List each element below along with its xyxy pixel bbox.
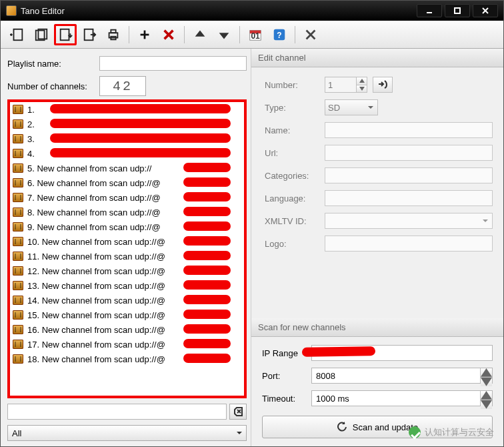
close-panel-button[interactable] (299, 24, 322, 45)
export-button[interactable] (78, 24, 101, 45)
channel-list-item[interactable]: 4. (10, 146, 244, 161)
maximize-button[interactable] (445, 4, 470, 17)
channel-list-item[interactable]: 8. New channel from scan udp://@ (10, 205, 244, 219)
open-playlist-button[interactable] (30, 24, 53, 45)
playlist-name-input[interactable] (99, 56, 247, 71)
channel-list-item[interactable]: 16. New channel from scan udp://@ (10, 322, 244, 337)
channel-icon (13, 354, 23, 364)
app-icon (6, 5, 17, 16)
logo-label: Logo: (265, 239, 319, 249)
url-input[interactable] (325, 145, 493, 161)
close-button[interactable] (473, 4, 498, 17)
channel-icon (13, 163, 23, 173)
channel-list-item[interactable]: 15. New channel from scan udp://@ (10, 308, 244, 322)
move-up-button[interactable] (189, 24, 211, 45)
new-playlist-button[interactable] (6, 24, 29, 45)
name-input[interactable] (325, 122, 493, 138)
channel-list-item[interactable]: 17. New channel from scan udp://@ (10, 337, 244, 352)
channel-icon (13, 222, 23, 232)
redaction-mark (183, 324, 231, 334)
channel-list[interactable]: 1.2.3.4.5. New channel from scan udp://6… (7, 99, 247, 398)
channel-label: 16. New channel from scan udp://@ (27, 325, 165, 335)
number-spin[interactable]: 1 (325, 77, 367, 93)
port-spin[interactable]: 8008 (311, 368, 493, 384)
left-pane: Playlist name: Number of channels: 42 1.… (1, 49, 251, 446)
channel-label: 2. (27, 119, 35, 129)
categories-label: Categories: (265, 171, 319, 181)
clear-search-button[interactable] (229, 404, 247, 420)
number-of-channels-label: Number of channels: (7, 81, 95, 91)
delete-channel-button[interactable] (157, 24, 180, 45)
minimize-button[interactable] (417, 4, 442, 17)
channel-list-item[interactable]: 18. New channel from scan udp://@ (10, 352, 244, 366)
apply-number-button[interactable] (373, 77, 393, 93)
filter-select[interactable]: All (7, 425, 247, 441)
redaction-mark (183, 221, 231, 231)
redaction-mark (183, 339, 231, 348)
channel-icon (13, 178, 23, 187)
redaction-mark (302, 346, 375, 357)
schedule-button[interactable]: 01 (244, 24, 267, 45)
right-pane: Edit channel Number: 1 Type: SD Name: Ur… (251, 49, 503, 446)
move-down-button[interactable] (213, 24, 235, 45)
add-channel-button[interactable] (133, 24, 156, 45)
channel-list-item[interactable]: 10. New channel from scan udp://@ (10, 234, 244, 249)
channel-list-item[interactable]: 13. New channel from scan udp://@ (10, 278, 244, 293)
logo-input[interactable] (325, 236, 493, 252)
categories-input[interactable] (325, 167, 493, 183)
timeout-spin[interactable]: 1000 ms (311, 390, 493, 406)
channel-icon (13, 325, 23, 334)
import-button[interactable] (54, 24, 77, 45)
channel-list-item[interactable]: 14. New channel from scan udp://@ (10, 293, 244, 308)
name-label: Name: (265, 125, 319, 135)
channel-label: 18. New channel from scan udp://@ (27, 354, 165, 364)
print-button[interactable] (102, 24, 125, 45)
port-label: Port: (262, 371, 306, 381)
redaction-mark (183, 354, 231, 363)
timeout-label: Timeout: (262, 394, 306, 404)
channel-label: 10. New channel from scan udp://@ (27, 237, 165, 247)
channel-list-item[interactable]: 11. New channel from scan udp://@ (10, 249, 244, 264)
channel-list-item[interactable]: 9. New channel from scan udp://@ (10, 219, 244, 234)
xmltv-select[interactable] (325, 213, 493, 229)
redaction-mark (50, 104, 231, 113)
redaction-mark (50, 148, 231, 157)
channel-list-item[interactable]: 5. New channel from scan udp:// (10, 161, 244, 175)
search-input[interactable] (7, 404, 227, 420)
scan-update-button[interactable]: Scan and update (262, 416, 493, 438)
main-toolbar: 01 ? (1, 21, 503, 49)
channel-list-item[interactable]: 7. New channel from scan udp://@ (10, 190, 244, 205)
help-button[interactable]: ? (268, 24, 291, 45)
svg-rect-4 (14, 29, 23, 40)
type-label: Type: (265, 103, 319, 113)
channel-icon (13, 340, 23, 349)
channel-list-item[interactable]: 3. (10, 131, 244, 146)
type-select[interactable]: SD (325, 99, 378, 115)
playlist-name-label: Playlist name: (7, 59, 95, 69)
channel-list-item[interactable]: 2. (10, 117, 244, 131)
channel-icon (13, 193, 23, 202)
number-of-channels-display: 42 (99, 76, 146, 96)
channel-list-item[interactable]: 6. New channel from scan udp://@ (10, 175, 244, 190)
channel-label: 12. New channel from scan udp://@ (27, 266, 165, 276)
redaction-mark (50, 119, 231, 128)
channel-label: 14. New channel from scan udp://@ (27, 296, 165, 306)
redaction-mark (183, 192, 231, 201)
language-input[interactable] (325, 190, 493, 206)
ip-range-label: IP Range (262, 348, 306, 358)
channel-label: 17. New channel from scan udp://@ (27, 340, 165, 350)
channel-icon (13, 266, 23, 276)
svg-text:?: ? (277, 30, 281, 39)
redaction-mark (183, 280, 231, 290)
channel-list-item[interactable]: 12. New channel from scan udp://@ (10, 264, 244, 278)
svg-rect-9 (61, 29, 69, 40)
redaction-mark (50, 133, 231, 143)
number-label: Number: (265, 80, 319, 90)
channel-label: 1. (27, 105, 35, 115)
svg-rect-1 (455, 8, 460, 13)
channel-icon (13, 296, 23, 305)
channel-icon (13, 134, 23, 143)
channel-list-item[interactable]: 1. (10, 102, 244, 117)
redaction-mark (183, 236, 231, 246)
language-label: Language: (265, 193, 319, 203)
